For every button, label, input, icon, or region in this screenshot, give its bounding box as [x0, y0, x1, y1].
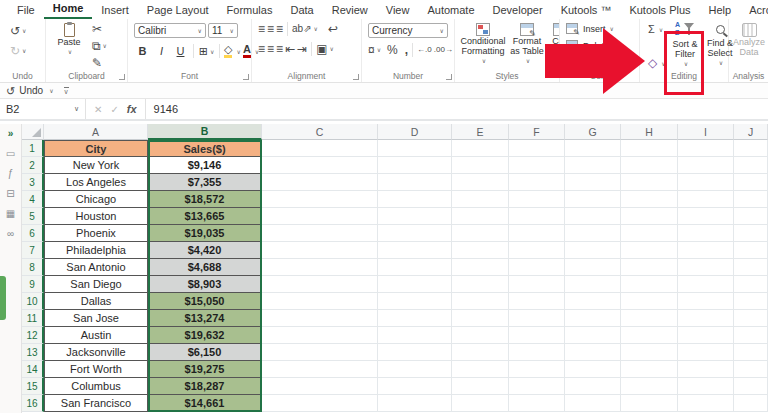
cell-e9[interactable] [452, 276, 509, 293]
row-header-8[interactable]: 8 [22, 259, 44, 276]
cell-j13[interactable] [734, 344, 768, 361]
tab-formulas[interactable]: Formulas [218, 2, 282, 19]
name-box[interactable]: B2∨ [0, 99, 86, 119]
cell-h12[interactable] [621, 327, 678, 344]
cell-e15[interactable] [452, 378, 509, 395]
row-header-6[interactable]: 6 [22, 225, 44, 242]
cell-e8[interactable] [452, 259, 509, 276]
italic-button[interactable]: I [153, 43, 170, 59]
cell-j5[interactable] [734, 208, 768, 225]
cell-h5[interactable] [621, 208, 678, 225]
cell-h13[interactable] [621, 344, 678, 361]
print-icon[interactable]: ⊟ [6, 188, 14, 199]
cell-d6[interactable] [378, 225, 452, 242]
cell-b9[interactable]: $8,903 [148, 276, 262, 293]
conditional-formatting-button[interactable]: Conditional Formatting ∨ [457, 23, 509, 66]
font-name-select[interactable]: Calibri∨ [134, 23, 206, 38]
qat-undo-caret[interactable]: ∨ [49, 87, 53, 94]
cell-a4[interactable]: Chicago [44, 191, 148, 208]
cell-d4[interactable] [378, 191, 452, 208]
cell-j15[interactable] [734, 378, 768, 395]
cell-a6[interactable]: Phoenix [44, 225, 148, 242]
cell-e7[interactable] [452, 242, 509, 259]
merge-center-icon[interactable]: ▣∨ [316, 43, 334, 55]
cell-i1[interactable] [678, 140, 734, 157]
cell-h4[interactable] [621, 191, 678, 208]
accounting-format-icon[interactable]: ¤∨ [368, 44, 381, 56]
cell-a1[interactable]: City [44, 140, 148, 157]
cell-e1[interactable] [452, 140, 509, 157]
row-header-3[interactable]: 3 [22, 174, 44, 191]
column-header-a[interactable]: A [44, 124, 148, 140]
cell-f1[interactable] [509, 140, 565, 157]
bold-button[interactable]: B [134, 43, 151, 59]
cell-d11[interactable] [378, 310, 452, 327]
cell-d8[interactable] [378, 259, 452, 276]
cell-e12[interactable] [452, 327, 509, 344]
cell-g3[interactable] [565, 174, 621, 191]
decrease-indent-icon[interactable]: ⇤ [285, 43, 295, 55]
cell-j16[interactable] [734, 395, 768, 412]
cell-e11[interactable] [452, 310, 509, 327]
cell-f3[interactable] [509, 174, 565, 191]
cell-g6[interactable] [565, 225, 621, 242]
cell-a7[interactable]: Philadelphia [44, 242, 148, 259]
cell-f9[interactable] [509, 276, 565, 293]
cell-i14[interactable] [678, 361, 734, 378]
cell-f7[interactable] [509, 242, 565, 259]
cell-g4[interactable] [565, 191, 621, 208]
cell-b12[interactable]: $19,632 [148, 327, 262, 344]
cell-i4[interactable] [678, 191, 734, 208]
cell-b11[interactable]: $13,274 [148, 310, 262, 327]
cell-e3[interactable] [452, 174, 509, 191]
tab-kutools-plus[interactable]: Kutools Plus [620, 2, 699, 19]
percent-style-icon[interactable]: % [387, 44, 398, 56]
cell-a16[interactable]: San Francisco [44, 395, 148, 412]
tab-review[interactable]: Review [323, 2, 377, 19]
cell-c11[interactable] [262, 310, 378, 327]
cell-j6[interactable] [734, 225, 768, 242]
cell-b7[interactable]: $4,420 [148, 242, 262, 259]
cell-a12[interactable]: Austin [44, 327, 148, 344]
cell-f6[interactable] [509, 225, 565, 242]
cell-g13[interactable] [565, 344, 621, 361]
cell-g1[interactable] [565, 140, 621, 157]
tab-kutools[interactable]: Kutools ™ [552, 2, 621, 19]
cell-b4[interactable]: $18,572 [148, 191, 262, 208]
cell-g16[interactable] [565, 395, 621, 412]
cell-d9[interactable] [378, 276, 452, 293]
cell-a2[interactable]: New York [44, 157, 148, 174]
column-header-h[interactable]: H [621, 124, 678, 140]
number-format-select[interactable]: Currency∨ [368, 23, 448, 38]
row-header-9[interactable]: 9 [22, 276, 44, 293]
cell-i11[interactable] [678, 310, 734, 327]
cell-i15[interactable] [678, 378, 734, 395]
increase-indent-icon[interactable]: ⇥ [297, 43, 307, 55]
cell-c9[interactable] [262, 276, 378, 293]
cell-i7[interactable] [678, 242, 734, 259]
cell-a9[interactable]: San Diego [44, 276, 148, 293]
align-middle-icon[interactable]: ≡ [267, 23, 274, 35]
cell-b13[interactable]: $6,150 [148, 344, 262, 361]
cell-c12[interactable] [262, 327, 378, 344]
cell-i9[interactable] [678, 276, 734, 293]
cell-f11[interactable] [509, 310, 565, 327]
cell-c2[interactable] [262, 157, 378, 174]
format-as-table-button[interactable]: Format as Table ∨ [510, 23, 544, 66]
cell-b8[interactable]: $4,688 [148, 259, 262, 276]
row-header-15[interactable]: 15 [22, 378, 44, 395]
cell-g12[interactable] [565, 327, 621, 344]
workbook-icon[interactable]: ▭ [6, 148, 15, 159]
cell-j8[interactable] [734, 259, 768, 276]
cancel-entry-icon[interactable]: ✕ [94, 104, 102, 115]
cell-j1[interactable] [734, 140, 768, 157]
redo-icon[interactable]: ↻∨ [10, 45, 26, 57]
cell-i3[interactable] [678, 174, 734, 191]
cell-h3[interactable] [621, 174, 678, 191]
cell-h14[interactable] [621, 361, 678, 378]
row-header-11[interactable]: 11 [22, 310, 44, 327]
cell-i12[interactable] [678, 327, 734, 344]
formula-icon[interactable]: ƒ [8, 168, 14, 179]
tab-file[interactable]: File [8, 2, 44, 19]
font-size-select[interactable]: 11∨ [208, 23, 238, 38]
